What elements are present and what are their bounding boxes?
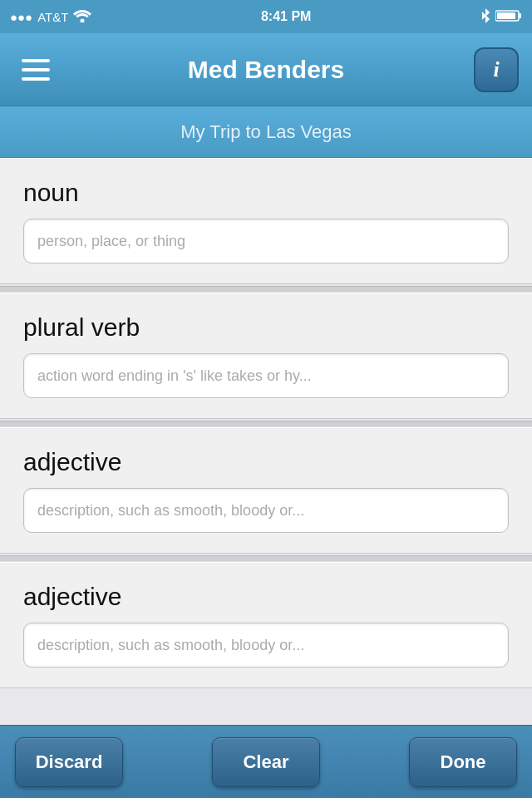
clear-button[interactable]: Clear [212, 737, 320, 787]
divider-3 [0, 555, 532, 562]
svg-rect-5 [497, 12, 515, 19]
svg-rect-4 [519, 13, 521, 18]
app-title: Med Benders [58, 56, 474, 84]
story-title: My Trip to Las Vegas [180, 121, 351, 143]
wifi-icon [73, 9, 91, 25]
divider-1 [0, 286, 532, 293]
status-right [480, 8, 522, 26]
divider-2 [0, 421, 532, 427]
signal-icon: ●●● [10, 10, 32, 24]
adjective2-section: adjective [0, 562, 532, 688]
adjective1-input[interactable] [23, 488, 509, 533]
menu-icon-line2 [22, 68, 50, 71]
bluetooth-icon [480, 8, 490, 26]
done-button[interactable]: Done [409, 737, 517, 787]
adjective1-section: adjective [0, 427, 532, 554]
status-bar: ●●● AT&T 8:41 PM [0, 0, 532, 33]
noun-input[interactable] [23, 219, 509, 264]
done-label: Done [441, 751, 486, 773]
bottom-toolbar: Discard Clear Done [0, 725, 532, 798]
discard-button[interactable]: Discard [15, 737, 123, 787]
content-area: noun plural verb adjective adjective [0, 158, 532, 756]
clear-label: Clear [243, 751, 288, 773]
noun-label: noun [23, 179, 509, 207]
menu-icon-line1 [22, 59, 50, 62]
sub-header: My Trip to Las Vegas [0, 106, 532, 158]
nav-bar: Med Benders i [0, 33, 532, 106]
discard-label: Discard [36, 751, 103, 773]
adjective1-label: adjective [23, 448, 509, 476]
plural-verb-input[interactable] [23, 353, 509, 398]
plural-verb-section: plural verb [0, 293, 532, 419]
noun-section: noun [0, 158, 532, 284]
adjective2-input[interactable] [23, 623, 509, 667]
menu-button[interactable] [13, 47, 58, 92]
status-time: 8:41 PM [261, 9, 311, 24]
status-left: ●●● AT&T [10, 9, 91, 25]
menu-icon-line3 [22, 77, 50, 81]
svg-point-0 [81, 18, 85, 22]
carrier-label: AT&T [37, 10, 68, 24]
info-icon: i [493, 57, 499, 82]
adjective2-label: adjective [23, 583, 509, 611]
battery-icon [495, 9, 522, 25]
info-button[interactable]: i [474, 47, 519, 92]
plural-verb-label: plural verb [23, 313, 509, 342]
